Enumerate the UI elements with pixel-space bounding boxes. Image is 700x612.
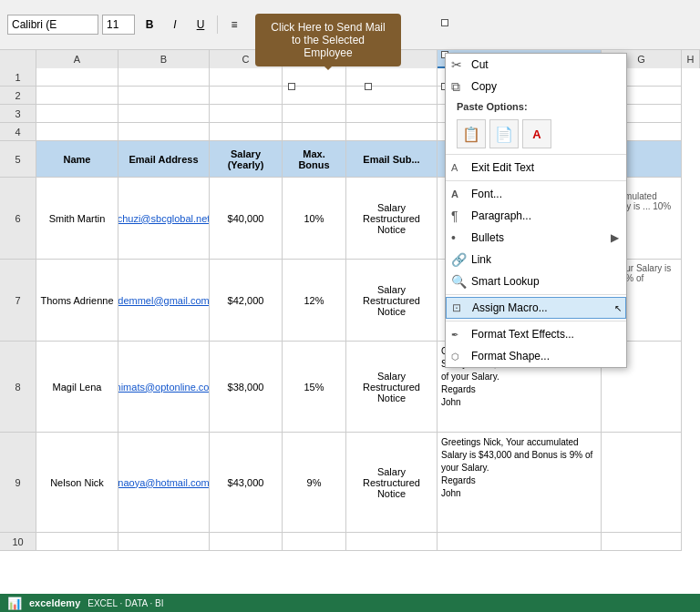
cell-10f[interactable] xyxy=(438,533,602,551)
cell-8b-email[interactable]: animats@optonline.com xyxy=(118,342,210,433)
cell-5c-salary[interactable]: Salary (Yearly) xyxy=(210,141,283,178)
cell-5a-name[interactable]: Name xyxy=(36,141,118,178)
cm-cut[interactable]: ✂ Cut xyxy=(446,54,626,76)
cell-3c[interactable] xyxy=(210,105,283,123)
cell-9e-subject[interactable]: Salary Restructured Notice xyxy=(346,433,438,533)
font-name-input[interactable] xyxy=(7,15,98,35)
cm-copy[interactable]: ⧉ Copy xyxy=(446,76,626,97)
cm-sep-2 xyxy=(446,180,626,181)
resize-handle-tr[interactable] xyxy=(441,19,448,26)
cell-8e-subject[interactable]: Salary Restructured Notice xyxy=(346,342,438,433)
cell-8d-bonus[interactable]: 15% xyxy=(283,342,346,433)
italic-button[interactable]: I xyxy=(164,15,186,35)
cell-6e-subject[interactable]: Salary Restructured Notice xyxy=(346,178,438,260)
cell-10e[interactable] xyxy=(346,533,438,551)
cell-2e[interactable] xyxy=(346,87,438,105)
cm-format-shape-label: Format Shape... xyxy=(471,350,550,362)
cell-6b-email[interactable]: chuzi@sbcglobal.net xyxy=(118,178,210,260)
cm-paste-btn-3[interactable]: A xyxy=(522,119,551,148)
cell-3d[interactable] xyxy=(283,105,346,123)
cell-2b[interactable] xyxy=(118,87,210,105)
cell-3e[interactable] xyxy=(346,105,438,123)
font-icon: A xyxy=(451,189,458,199)
cell-6a-name[interactable]: Smith Martin xyxy=(36,178,118,260)
cell-1c[interactable] xyxy=(210,68,283,87)
col-header-row-num xyxy=(0,50,36,68)
cm-format-text-effects-label: Format Text Effects... xyxy=(471,328,574,341)
cm-smart-lookup[interactable]: 🔍 Smart Lookup xyxy=(446,270,626,292)
cell-7b-email[interactable]: demmel@gmail.com xyxy=(118,260,210,342)
footer-tagline: EXCEL · DATA · BI xyxy=(88,598,163,608)
row-num-4: 4 xyxy=(0,123,36,141)
row-num-8: 8 xyxy=(0,342,36,433)
cell-10d[interactable] xyxy=(283,533,346,551)
cm-paragraph[interactable]: ¶ Paragraph... xyxy=(446,205,626,227)
cm-cut-label: Cut xyxy=(471,58,489,71)
cell-10c[interactable] xyxy=(210,533,283,551)
cm-bullets[interactable]: • Bullets ▶ xyxy=(446,227,626,249)
cm-copy-label: Copy xyxy=(471,80,497,93)
cm-font[interactable]: A Font... xyxy=(446,183,626,205)
cm-paste-btn-1[interactable]: 📋 xyxy=(457,119,486,148)
cell-4e[interactable] xyxy=(346,123,438,141)
ribbon-separator xyxy=(217,15,218,34)
cm-exit-edit-label: Exit Edit Text xyxy=(471,161,534,174)
cm-paste-icons: 📋 📄 A xyxy=(446,116,626,152)
cell-6d-bonus[interactable]: 10% xyxy=(283,178,346,260)
col-header-h: H xyxy=(682,50,700,68)
cell-4d[interactable] xyxy=(283,123,346,141)
cell-4c[interactable] xyxy=(210,123,283,141)
bold-button[interactable]: B xyxy=(139,15,160,35)
cell-9b-email[interactable]: naoya@hotmail.com xyxy=(118,433,210,533)
cell-7a-name[interactable]: Thoms Adrienne xyxy=(36,260,118,342)
cell-2a[interactable] xyxy=(36,87,118,105)
copy-icon: ⧉ xyxy=(451,79,460,95)
cm-link[interactable]: 🔗 Link xyxy=(446,249,626,270)
cell-2c[interactable] xyxy=(210,87,283,105)
align-left-button[interactable]: ≡ xyxy=(223,15,245,35)
cm-bullets-label: Bullets xyxy=(471,231,504,244)
cell-3a[interactable] xyxy=(36,105,118,123)
resize-handle-bl[interactable] xyxy=(288,83,295,90)
cell-5d-bonus[interactable]: Max. Bonus xyxy=(283,141,346,178)
cell-9a-name[interactable]: Nelson Nick xyxy=(36,433,118,533)
cm-format-shape[interactable]: ⬡ Format Shape... xyxy=(446,345,626,367)
cell-5b-email[interactable]: Email Address xyxy=(118,141,210,178)
cell-9f-body[interactable]: Greetings Nick, Your accumulated Salary … xyxy=(438,433,602,533)
cell-10g[interactable] xyxy=(602,533,682,551)
cell-4b[interactable] xyxy=(118,123,210,141)
grid-row-9: 9 Nelson Nick naoya@hotmail.com $43,000 … xyxy=(0,433,700,533)
cell-9c-salary[interactable]: $43,000 xyxy=(210,433,283,533)
cell-1a[interactable] xyxy=(36,68,118,87)
cell-1e[interactable] xyxy=(346,68,438,87)
cell-8c-salary[interactable]: $38,000 xyxy=(210,342,283,433)
cell-10a[interactable] xyxy=(36,533,118,551)
row-num-5: 5 xyxy=(0,141,36,178)
cell-5e-subject[interactable]: Email Sub... xyxy=(346,141,438,178)
cm-assign-macro[interactable]: ⊡ Assign Macro... ↖ xyxy=(446,297,626,319)
paragraph-icon: ¶ xyxy=(451,209,458,223)
cm-format-text-effects[interactable]: ✒ Format Text Effects... xyxy=(446,323,626,345)
cell-3b[interactable] xyxy=(118,105,210,123)
cut-icon: ✂ xyxy=(451,57,462,72)
cell-10b[interactable] xyxy=(118,533,210,551)
cell-7d-bonus[interactable]: 12% xyxy=(283,260,346,342)
font-size-input[interactable] xyxy=(102,15,135,35)
cm-smart-lookup-label: Smart Lookup xyxy=(471,275,540,288)
cell-8a-name[interactable]: Magil Lena xyxy=(36,342,118,433)
resize-handle-bc[interactable] xyxy=(365,83,372,90)
cell-6c-salary[interactable]: $40,000 xyxy=(210,178,283,260)
cell-7e-subject[interactable]: Salary Restructured Notice xyxy=(346,260,438,342)
cell-9g[interactable] xyxy=(602,433,682,533)
cm-paragraph-label: Paragraph... xyxy=(471,209,531,222)
cell-7c-salary[interactable]: $42,000 xyxy=(210,260,283,342)
footer-app-name: exceldemy xyxy=(29,597,80,608)
cm-paste-btn-2[interactable]: 📄 xyxy=(489,119,519,148)
cm-exit-edit[interactable]: A Exit Edit Text xyxy=(446,157,626,178)
cm-bullets-arrow: ▶ xyxy=(611,231,619,244)
cell-9d-bonus[interactable]: 9% xyxy=(283,433,346,533)
cell-4a[interactable] xyxy=(36,123,118,141)
cm-link-label: Link xyxy=(471,253,491,266)
cell-1b[interactable] xyxy=(118,68,210,87)
underline-button[interactable]: U xyxy=(190,15,211,35)
